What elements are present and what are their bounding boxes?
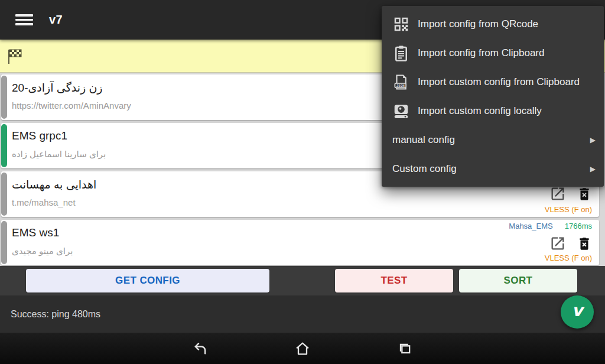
server-drag-handle[interactable] bbox=[1, 124, 7, 167]
menu-item-import-qrcode[interactable]: Import config from QRcode bbox=[382, 9, 604, 38]
app-screen: v7 زن زندگی آزادی-20 https://twitter.com… bbox=[0, 0, 605, 364]
server-ping: 1766ms bbox=[565, 222, 592, 230]
menu-item-manual-config[interactable]: manual config ▶ bbox=[382, 125, 604, 154]
server-title: EMS grpc1 bbox=[12, 129, 404, 142]
svg-text:JSON: JSON bbox=[396, 83, 405, 87]
server-subtitle: برای سارینا اسماعیل زاده bbox=[12, 149, 404, 160]
status-bar: Success: ping 480ms bbox=[0, 295, 605, 333]
share-icon[interactable] bbox=[549, 235, 566, 252]
menu-item-import-custom-clipboard[interactable]: JSON Import custom config from Clipboard bbox=[382, 67, 604, 96]
protocol-badge: VLESS (F on) bbox=[545, 254, 592, 262]
connect-fab[interactable]: v bbox=[561, 295, 594, 329]
server-subtitle: https://twitter.com/AminAnvary bbox=[12, 100, 404, 110]
v2ray-logo-icon: v bbox=[572, 303, 583, 319]
back-icon[interactable] bbox=[192, 340, 209, 357]
server-drag-handle[interactable] bbox=[1, 221, 7, 264]
home-icon[interactable] bbox=[294, 340, 311, 357]
server-title: زن زندگی آزادی-20 bbox=[12, 81, 404, 95]
submenu-arrow-icon: ▶ bbox=[590, 136, 596, 144]
share-icon[interactable] bbox=[549, 186, 566, 202]
action-button-bar: GET CONFIG TEST SORT bbox=[0, 266, 605, 295]
json-file-icon: JSON bbox=[392, 73, 410, 91]
menu-item-custom-config[interactable]: Custom config ▶ bbox=[382, 154, 604, 183]
hamburger-menu-icon[interactable] bbox=[15, 13, 33, 27]
status-message: Success: ping 480ms bbox=[11, 309, 100, 320]
get-config-button[interactable]: GET CONFIG bbox=[26, 269, 269, 292]
server-subtitle: برای مینو مجیدی bbox=[12, 246, 404, 256]
clipboard-icon bbox=[392, 44, 410, 62]
server-card[interactable]: EMS ws1 برای مینو مجیدی Mahsa_EMS1766ms … bbox=[1, 220, 599, 265]
app-title: v7 bbox=[49, 13, 63, 27]
delete-icon[interactable] bbox=[577, 186, 592, 202]
submenu-arrow-icon: ▶ bbox=[590, 165, 596, 173]
server-drag-handle[interactable] bbox=[1, 76, 7, 119]
delete-icon[interactable] bbox=[577, 236, 592, 251]
server-title: اهدایی به مهسانت bbox=[12, 178, 404, 191]
android-nav-bar bbox=[0, 333, 605, 364]
server-subtitle: t.me/mahsa_net bbox=[12, 197, 404, 207]
checkered-flag-icon bbox=[6, 47, 22, 65]
storage-disk-icon bbox=[392, 102, 410, 120]
recents-icon[interactable] bbox=[396, 340, 413, 357]
test-button[interactable]: TEST bbox=[335, 269, 453, 292]
menu-item-import-custom-locally[interactable]: Import custom config locally bbox=[382, 96, 604, 125]
sort-button[interactable]: SORT bbox=[459, 269, 577, 292]
server-meta: Mahsa_EMS1766ms bbox=[509, 222, 592, 230]
server-group: Mahsa_EMS bbox=[509, 222, 552, 230]
protocol-badge: VLESS (F on) bbox=[545, 205, 592, 214]
server-drag-handle[interactable] bbox=[1, 173, 7, 216]
menu-item-import-clipboard[interactable]: Import config from Clipboard bbox=[382, 38, 604, 67]
qrcode-icon bbox=[392, 15, 410, 33]
server-title: EMS ws1 bbox=[12, 226, 404, 239]
import-config-menu: Import config from QRcode Import config … bbox=[382, 6, 604, 187]
